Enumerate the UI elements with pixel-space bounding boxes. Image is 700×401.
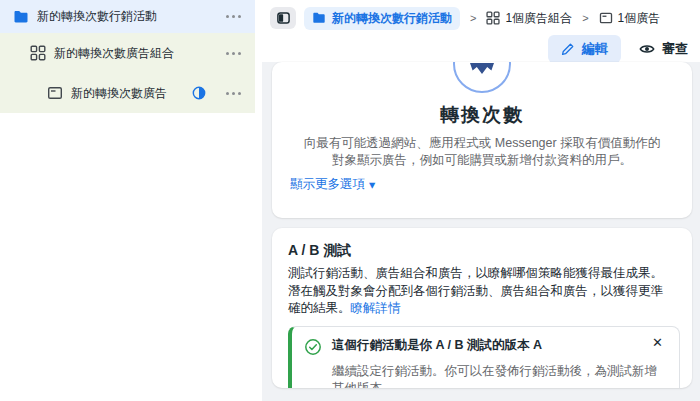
adset-name-label: 新的轉換次數廣告組合: [54, 45, 216, 62]
breadcrumb-campaign-chip[interactable]: 新的轉換次數行銷活動: [304, 7, 460, 30]
caret-down-icon: ▾: [369, 177, 375, 192]
objective-title: 轉換次數: [272, 102, 692, 128]
breadcrumb-ad-item[interactable]: 1個廣告: [599, 10, 661, 27]
editor-header: 新的轉換次數行銷活動 > 1個廣告組合 >: [262, 0, 700, 62]
folder-icon: [312, 11, 326, 25]
card-gap: [272, 218, 692, 228]
ad-frame-icon: [599, 11, 613, 25]
ad-name-label: 新的轉換次數廣告: [71, 85, 184, 102]
sidebar-item-campaign[interactable]: 新的轉換次數行銷活動: [0, 0, 255, 33]
sidebar-panel-icon: [276, 11, 291, 25]
conversions-objective-icon: [453, 62, 511, 93]
sidebar-toggle-button[interactable]: [270, 7, 296, 29]
adset-grid-icon: [30, 45, 46, 61]
breadcrumb-separator: >: [468, 12, 478, 24]
draft-status-icon: [192, 86, 206, 100]
review-button-label: 審查: [662, 40, 688, 58]
campaign-more-menu-button[interactable]: [224, 11, 243, 22]
breadcrumb-separator: >: [580, 12, 590, 24]
badge-crown-icon: [469, 63, 495, 75]
editor-scroll-area: 轉換次數 向最有可能透過網站、應用程式或 Messenger 採取有價值動作的 …: [262, 62, 700, 401]
objective-description-line2: 對象顯示廣告，例如可能購買或新增付款資料的用戶。: [272, 152, 692, 169]
sidebar-item-ad[interactable]: 新的轉換次數廣告: [0, 73, 255, 113]
sidebar-item-adset[interactable]: 新的轉換次數廣告組合: [0, 33, 255, 73]
folder-icon: [13, 9, 29, 25]
breadcrumb: 新的轉換次數行銷活動 > 1個廣告組合 >: [270, 6, 692, 30]
ab-test-title: A / B 測試: [288, 242, 680, 260]
eye-icon: [639, 41, 655, 57]
learn-more-link[interactable]: 瞭解詳情: [351, 301, 401, 315]
objective-card: 轉換次數 向最有可能透過網站、應用程式或 Messenger 採取有價值動作的 …: [272, 62, 692, 218]
ab-test-description: 測試行銷活動、廣告組合和廣告，以瞭解哪個策略能獲得最佳成果。潛在觸及對象會分配到…: [288, 265, 680, 318]
ab-test-description-text: 測試行銷活動、廣告組合和廣告，以瞭解哪個策略能獲得最佳成果。潛在觸及對象會分配到…: [288, 266, 663, 315]
check-circle-icon: [304, 338, 322, 356]
alert-title: 這個行銷活動是你 A / B 測試的版本 A: [332, 337, 665, 354]
alert-body-text: 繼續設定行銷活動。你可以在發佈行銷活動後，為測試新增其他版本。: [332, 363, 665, 389]
show-more-options-label: 顯示更多選項: [290, 176, 365, 193]
campaign-name-label: 新的轉換次數行銷活動: [37, 8, 216, 25]
edit-button-label: 編輯: [582, 40, 608, 58]
breadcrumb-ad-label: 1個廣告: [618, 10, 661, 27]
edit-button[interactable]: 編輯: [548, 35, 621, 63]
pencil-icon: [561, 42, 575, 56]
breadcrumb-adset-label: 1個廣告組合: [505, 10, 572, 27]
ab-test-card: A / B 測試 測試行銷活動、廣告組合和廣告，以瞭解哪個策略能獲得最佳成果。潛…: [272, 228, 692, 388]
close-icon[interactable]: ✕: [652, 336, 663, 349]
alert-content: 這個行銷活動是你 A / B 測試的版本 A 繼續設定行銷活動。你可以在發佈行銷…: [332, 337, 665, 389]
ad-more-menu-button[interactable]: [224, 88, 243, 99]
editor-main-panel: 新的轉換次數行銷活動 > 1個廣告組合 >: [262, 0, 700, 401]
show-more-options-link[interactable]: 顯示更多選項 ▾: [290, 176, 375, 193]
adset-grid-icon: [486, 11, 500, 25]
objective-description-line1: 向最有可能透過網站、應用程式或 Messenger 採取有價值動作的: [272, 135, 692, 152]
review-button[interactable]: 審查: [635, 35, 692, 63]
ad-frame-icon: [47, 85, 63, 101]
header-actions: 編輯 審查: [270, 35, 692, 63]
ads-manager-editor: 新的轉換次數行銷活動 新的轉換次數廣告組合 新的轉換次數廣告: [0, 0, 700, 401]
ab-version-alert: 這個行銷活動是你 A / B 測試的版本 A 繼續設定行銷活動。你可以在發佈行銷…: [288, 326, 680, 389]
campaign-tree-sidebar: 新的轉換次數行銷活動 新的轉換次數廣告組合 新的轉換次數廣告: [0, 0, 262, 401]
breadcrumb-adset-item[interactable]: 1個廣告組合: [486, 10, 572, 27]
adset-more-menu-button[interactable]: [224, 48, 243, 59]
breadcrumb-campaign-label: 新的轉換次數行銷活動: [332, 10, 452, 27]
